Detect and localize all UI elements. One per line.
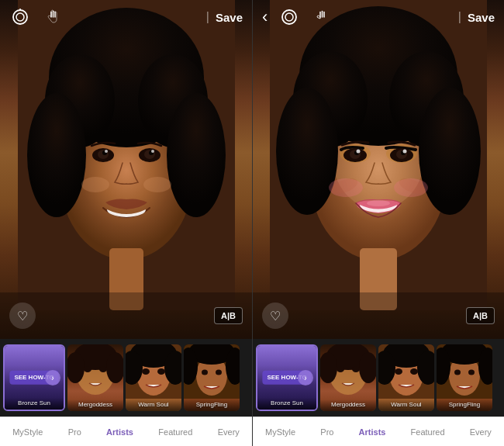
svg-point-42	[285, 13, 293, 21]
svg-point-19	[81, 177, 109, 192]
nav-every[interactable]: Every	[213, 424, 244, 440]
heart-button[interactable]: ♡	[9, 303, 36, 329]
filter-item-bronze-sun-right[interactable]: SEE HOW-TO › Bronze Sun	[256, 344, 318, 411]
filter-item-mergoddess-right[interactable]: Mergoddess	[320, 344, 376, 411]
save-button-right[interactable]: Save	[468, 11, 495, 24]
nav-pro[interactable]: Pro	[64, 424, 86, 440]
filter-thumb-warm-soul-right: Warm Soul	[378, 344, 434, 411]
face-background-right	[253, 0, 504, 339]
heart-icon-right: ♡	[270, 309, 281, 323]
hand-icon-right[interactable]	[311, 6, 333, 28]
filter-name-warm-soul: Warm Soul	[126, 399, 181, 411]
top-bar-right-left-icons: ‹	[262, 6, 333, 28]
filter-thumb-spring-fling: SpringFling	[184, 344, 240, 411]
nav-mystyle[interactable]: MyStyle	[8, 424, 47, 440]
svg-point-17	[105, 150, 108, 153]
filter-name-bronze-sun: Bronze Sun	[5, 398, 64, 410]
face-image-area-right: ♡ A|B	[253, 0, 504, 339]
filter-item-bronze-sun[interactable]: SEE HOW-TO › Bronze Sun	[3, 344, 65, 411]
image-bottom-overlay: ♡ A|B	[0, 292, 252, 339]
svg-point-60	[357, 150, 361, 154]
bubble-icon[interactable]	[9, 6, 31, 28]
svg-point-85	[454, 370, 461, 375]
filter-thumb-spring-fling-right: SpringFling	[437, 344, 492, 411]
filter-thumb-mergoddess-right: Mergoddess	[320, 344, 376, 411]
svg-point-50	[419, 88, 481, 215]
top-bar-left-icons	[9, 6, 64, 28]
svg-point-39	[202, 370, 208, 375]
svg-point-79	[410, 368, 418, 375]
svg-point-61	[403, 150, 407, 154]
filter-name-spring-fling-right: SpringFling	[437, 399, 492, 411]
back-button[interactable]: ‹	[262, 7, 268, 27]
svg-point-9	[167, 93, 226, 217]
svg-point-86	[468, 370, 475, 375]
face-image-area: ♡ A|B	[0, 0, 252, 339]
filter-item-warm-soul[interactable]: Warm Soul	[126, 344, 181, 411]
svg-point-71	[337, 366, 344, 372]
svg-point-65	[394, 178, 428, 197]
filter-item-spring-fling-right[interactable]: SpringFling	[437, 344, 492, 411]
filter-strip-right: SEE HOW-TO › Bronze Sun	[253, 339, 504, 417]
svg-point-20	[143, 177, 171, 192]
nav-every-right[interactable]: Every	[465, 424, 496, 440]
svg-point-1	[16, 13, 24, 21]
nav-pro-right[interactable]: Pro	[316, 424, 338, 440]
top-bar-right-actions-r: | Save	[458, 10, 495, 24]
filter-name-bronze-sun-right: Bronze Sun	[257, 398, 316, 410]
right-panel: ‹ | Save	[252, 0, 504, 446]
svg-point-72	[352, 366, 360, 372]
face-background	[0, 0, 252, 339]
toolbar-divider-right: |	[458, 10, 461, 24]
svg-point-18	[151, 150, 154, 153]
svg-point-64	[329, 178, 363, 197]
filter-strip: SEE HOW-TO › Bronze Sun	[0, 339, 252, 417]
filter-thumb-bronze-sun: SEE HOW-TO › Bronze Sun	[5, 346, 64, 410]
top-bar-right-panel: ‹ | Save	[253, 0, 504, 34]
ab-comparison-badge[interactable]: A|B	[214, 307, 243, 324]
svg-point-33	[157, 368, 165, 375]
svg-point-8	[27, 93, 86, 217]
filter-name-spring-fling: SpringFling	[184, 399, 240, 411]
save-button[interactable]: Save	[216, 11, 243, 24]
bubble-icon-right[interactable]	[278, 6, 300, 28]
svg-point-32	[142, 368, 150, 375]
svg-point-41	[282, 10, 296, 24]
svg-point-26	[99, 366, 107, 372]
image-bottom-overlay-right: ♡ A|B	[253, 292, 504, 339]
heart-button-right[interactable]: ♡	[262, 303, 288, 329]
filter-thumb-warm-soul: Warm Soul	[126, 344, 181, 411]
heart-icon: ♡	[17, 309, 28, 323]
hand-icon[interactable]	[42, 6, 64, 28]
filter-thumb-mergoddess: Mergoddess	[67, 344, 123, 411]
left-panel: | Save	[0, 0, 252, 446]
svg-point-40	[216, 370, 222, 375]
nav-artists[interactable]: Artists	[102, 424, 138, 440]
filter-item-mergoddess[interactable]: Mergoddess	[67, 344, 123, 411]
svg-point-78	[395, 368, 402, 375]
toolbar-divider: |	[206, 10, 209, 24]
nav-featured[interactable]: Featured	[154, 424, 197, 440]
nav-featured-right[interactable]: Featured	[406, 424, 450, 440]
filter-thumb-bronze-sun-right: SEE HOW-TO › Bronze Sun	[257, 346, 316, 410]
svg-point-0	[13, 10, 27, 24]
filter-arrow-icon[interactable]: ›	[45, 370, 60, 385]
nav-artists-right[interactable]: Artists	[354, 424, 391, 440]
filter-name-mergoddess-right: Mergoddess	[320, 399, 376, 411]
svg-point-49	[276, 88, 338, 215]
filter-arrow-icon-right[interactable]: ›	[298, 370, 313, 385]
svg-point-66	[367, 200, 390, 206]
filter-item-spring-fling[interactable]: SpringFling	[184, 344, 240, 411]
bottom-navigation-right: MyStyle Pro Artists Featured Every	[253, 417, 504, 446]
ab-comparison-badge-right[interactable]: A|B	[466, 307, 495, 324]
filter-name-mergoddess: Mergoddess	[67, 399, 123, 411]
top-bar-right-actions: | Save	[206, 10, 243, 24]
nav-mystyle-right[interactable]: MyStyle	[261, 424, 300, 440]
filter-name-warm-soul-right: Warm Soul	[378, 399, 434, 411]
svg-point-25	[84, 366, 91, 372]
bottom-navigation: MyStyle Pro Artists Featured Every	[0, 417, 252, 446]
top-bar-left-panel: | Save	[0, 0, 252, 34]
filter-item-warm-soul-right[interactable]: Warm Soul	[378, 344, 434, 411]
